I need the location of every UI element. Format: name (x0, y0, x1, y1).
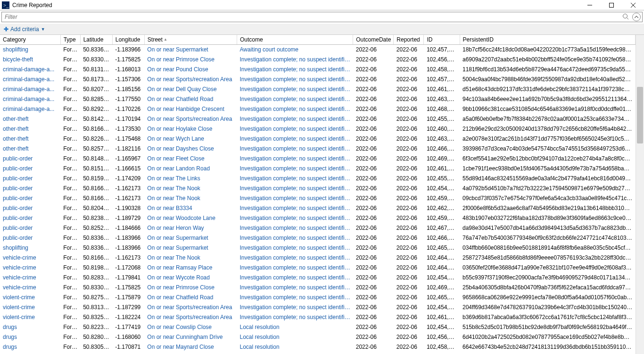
cell-outcome: Investigation complete; no suspect ident… (237, 174, 353, 184)
table-row[interactable]: vehicle-crimeForce50.833027-1.175825On o… (0, 283, 636, 293)
table-row[interactable]: public-orderForce50.823898-1.189729On or… (0, 213, 636, 223)
svg-point-6 (623, 14, 627, 18)
cell-outcome: Investigation complete; no suspect ident… (237, 75, 353, 84)
column-header-category[interactable]: Category (0, 35, 60, 45)
table-row[interactable]: public-orderForce50.815956-1.174209On or… (0, 174, 636, 184)
table-row[interactable]: drugsForce50.830546-1.170871On or near M… (0, 342, 636, 352)
cell-odate: 2022-06 (353, 342, 394, 352)
table-row[interactable]: drugsForce50.822319-1.177419On or near C… (0, 322, 636, 332)
cell-id: 102,456,190 (424, 55, 460, 65)
cell-type: Force (60, 45, 80, 55)
column-header-type[interactable]: Type (60, 35, 80, 45)
cell-category: drugs (0, 322, 60, 332)
add-criteria-button[interactable]: ✚ Add criteria ▼ (4, 26, 45, 33)
table-row[interactable]: other-theftForce50.822665-1.175468On or … (0, 134, 636, 144)
table-row[interactable]: vehicle-crimeForce50.828343-1.179841On o… (0, 273, 636, 283)
cell-street: On or near Woodcote Lane (144, 213, 237, 223)
cell-pid: 4a0792b5d4510b7a7fd27b32223e17594509871e… (460, 184, 636, 194)
table-row[interactable]: criminal-damage-a...Force50.813142-1.168… (0, 65, 636, 75)
cell-lon: -1.175825 (112, 55, 144, 65)
cell-street: On or near Primrose Close (144, 55, 237, 65)
table-row[interactable]: violent-crimeForce50.831354-1.187299On o… (0, 303, 636, 312)
cell-outcome: Investigation complete; no suspect ident… (237, 134, 353, 144)
cell-type: Force (60, 283, 80, 293)
table-row[interactable]: violent-crimeForce50.832550-1.182224On o… (0, 312, 636, 322)
cell-pid: 3939867d7d3cea7c4b03de547574bcc5a745515d… (460, 144, 636, 154)
column-header-reported[interactable]: Reported (394, 35, 424, 45)
column-header-outcomedate[interactable]: OutcomeDate (353, 35, 394, 45)
cell-pid: 483b1907eb032722f6faba182d378bd89e3f3609… (460, 213, 636, 223)
cell-id: 102,461,219 (424, 164, 460, 174)
cell-lon: -1.184666 (112, 223, 144, 233)
cell-street: On or near Sports/recreation Area (144, 75, 237, 84)
table-row[interactable]: public-orderForce50.816689-1.162173On or… (0, 184, 636, 194)
cell-lon: -1.168013 (112, 65, 144, 75)
cell-id: 102,462,467 (424, 203, 460, 213)
filter-input[interactable] (2, 12, 620, 22)
filter-bar (1, 12, 643, 22)
cell-pid: 2587273485e81d5866b8fd86f9eeee078576193c… (460, 253, 636, 263)
table-row[interactable]: drugsForce50.828080-1.168060On or near C… (0, 332, 636, 342)
table-row[interactable]: public-orderForce50.816689-1.162173On or… (0, 194, 636, 203)
cell-id: 102,458,882 (424, 65, 460, 75)
cell-pid: 212b96e29cd23c05009240d1378dd797c2656cb8… (460, 124, 636, 134)
cell-id: 102,455,184 (424, 174, 460, 184)
cell-street: On or near Chatfield Road (144, 94, 237, 104)
table-row[interactable]: public-orderForce50.833606-1.183966On or… (0, 233, 636, 243)
cell-street: On or near Supermarket (144, 45, 237, 55)
table-row[interactable]: public-orderForce50.820440-1.190328On or… (0, 203, 636, 213)
close-button[interactable] (622, 0, 644, 10)
table-row[interactable]: criminal-damage-a...Force50.828579-1.177… (0, 94, 636, 104)
column-header-outcome[interactable]: Outcome (237, 35, 353, 45)
search-icon[interactable] (620, 13, 631, 21)
cell-type: Force (60, 184, 80, 194)
table-row[interactable]: bicycle-theftForce50.833027-1.175825On o… (0, 55, 636, 65)
table-row[interactable]: vehicle-crimeForce50.816689-1.162173On o… (0, 253, 636, 263)
table-row[interactable]: shopliftingForce50.833606-1.183966On or … (0, 243, 636, 253)
table-row[interactable]: vehicle-crimeForce50.819862-1.172068On o… (0, 263, 636, 273)
table-row[interactable]: other-theftForce50.814219-1.170194On or … (0, 114, 636, 124)
table-row[interactable]: public-orderForce50.815129-1.166615On or… (0, 164, 636, 174)
cell-reported: 2022-06 (394, 213, 424, 223)
column-header-id[interactable]: ID (424, 35, 460, 45)
maximize-button[interactable] (601, 0, 622, 10)
cell-odate: 2022-06 (353, 84, 394, 94)
table-row[interactable]: public-orderForce50.825220-1.184666On or… (0, 223, 636, 233)
cell-lon: -1.172068 (112, 263, 144, 273)
cell-outcome: Investigation complete; no suspect ident… (237, 154, 353, 164)
column-header-longitude[interactable]: Longitude (112, 35, 144, 45)
cell-reported: 2022-06 (394, 243, 424, 253)
cell-street: On or near Hoylake Close (144, 124, 237, 134)
cell-pid: 76a747eb7b540036779348e0f9c63f2dcb66fe22… (460, 233, 636, 243)
cell-type: Force (60, 164, 80, 174)
cell-type: Force (60, 342, 80, 352)
table-row[interactable]: criminal-damage-a...Force50.820700-1.185… (0, 84, 636, 94)
minimize-button[interactable] (579, 0, 601, 10)
table-row[interactable]: other-theftForce50.825706-1.182116On or … (0, 144, 636, 154)
cell-odate: 2022-06 (353, 203, 394, 213)
cell-category: other-theft (0, 134, 60, 144)
cell-outcome: Investigation complete; no suspect ident… (237, 253, 353, 263)
column-header-persistentid[interactable]: PersistentID (460, 35, 636, 45)
cell-lat: 50.815129 (80, 164, 112, 174)
cell-pid: a6909a2207d2aabc51eb4b002bbff524fe05ce9e… (460, 55, 636, 65)
cell-lat: 50.817337 (80, 75, 112, 84)
table-row[interactable]: criminal-damage-a...Force50.829273-1.170… (0, 104, 636, 114)
table-row[interactable]: public-orderForce50.814863-1.165967On or… (0, 154, 636, 164)
scrollbar-thumb[interactable] (637, 87, 643, 143)
table-row[interactable]: criminal-damage-a...Force50.817337-1.157… (0, 75, 636, 84)
table-row[interactable]: violent-crimeForce50.827569-1.175879On o… (0, 293, 636, 303)
cell-category: vehicle-crime (0, 263, 60, 273)
table-row[interactable]: other-theftForce50.816626-1.173530On or … (0, 124, 636, 134)
cell-id: 102,454,718 (424, 303, 460, 312)
cell-lon: -1.175879 (112, 293, 144, 303)
cell-pid: 55d89d146ac8324515569ade0a3af4c2b4779afa… (460, 174, 636, 184)
cell-lat: 50.816689 (80, 253, 112, 263)
collapse-icon[interactable] (632, 13, 641, 21)
scrollbar[interactable] (636, 35, 644, 354)
cell-id: 102,455,683 (424, 114, 460, 124)
column-header-street[interactable]: Street (144, 35, 237, 45)
column-header-latitude[interactable]: Latitude (80, 35, 112, 45)
cell-street: On or near Dayshes Close (144, 144, 237, 154)
table-row[interactable]: shopliftingForce50.833606-1.183966On or … (0, 45, 636, 55)
